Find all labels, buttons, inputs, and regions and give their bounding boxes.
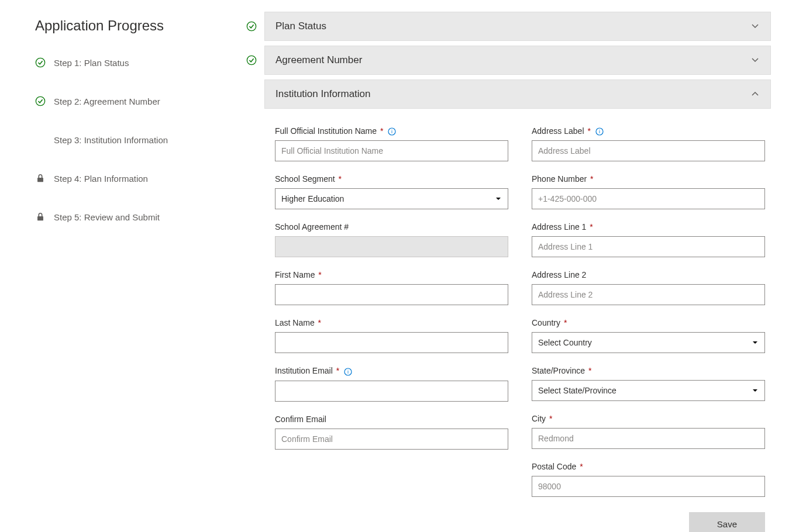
panel-plan-status: Plan Status: [246, 12, 771, 41]
address-line-1-input[interactable]: [532, 236, 765, 257]
check-circle-icon: [246, 21, 257, 32]
step-label: Step 1: Plan Status: [54, 58, 129, 68]
panel-title: Institution Information: [275, 88, 371, 100]
sidebar-step-plan-status[interactable]: Step 1: Plan Status: [35, 51, 228, 74]
form-column-right: Address Label * i Phone Number *: [532, 126, 765, 532]
state-province-label: State/Province *: [532, 366, 765, 375]
school-agreement-label: School Agreement #: [275, 222, 508, 232]
institution-email-input[interactable]: [275, 381, 508, 402]
city-label: City *: [532, 414, 765, 423]
institution-name-label: Full Official Institution Name * i: [275, 126, 508, 136]
phone-number-label: Phone Number *: [532, 174, 765, 184]
svg-point-5: [247, 56, 256, 64]
panel-title: Plan Status: [275, 20, 326, 32]
city-input[interactable]: [532, 428, 765, 449]
panel-body: Full Official Institution Name * i Schoo…: [246, 109, 771, 532]
chevron-down-icon: [750, 55, 760, 66]
address-label-label: Address Label * i: [532, 126, 765, 136]
panel-header-agreement-number[interactable]: Agreement Number: [264, 46, 771, 75]
panel-agreement-number: Agreement Number: [246, 46, 771, 75]
sidebar: Application Progress Step 1: Plan Status…: [35, 12, 228, 532]
first-name-input[interactable]: [275, 284, 508, 305]
address-line-2-input[interactable]: [532, 284, 765, 305]
school-segment-label: School Segment *: [275, 174, 508, 184]
svg-text:i: i: [391, 129, 392, 134]
lock-icon: [35, 212, 46, 222]
sidebar-step-plan-information[interactable]: Step 4: Plan Information: [35, 167, 228, 189]
step-label: Step 5: Review and Submit: [54, 212, 160, 222]
panel-institution-information: Institution Information Full Official In…: [246, 80, 771, 532]
panel-title: Agreement Number: [275, 54, 362, 66]
svg-point-1: [36, 96, 44, 105]
institution-name-input[interactable]: [275, 140, 508, 161]
check-circle-icon: [35, 57, 46, 68]
form-column-left: Full Official Institution Name * i Schoo…: [275, 126, 508, 532]
state-province-select[interactable]: Select State/Province: [532, 380, 765, 401]
first-name-label: First Name *: [275, 270, 508, 279]
panel-header-plan-status[interactable]: Plan Status: [264, 12, 771, 41]
chevron-down-icon: [750, 21, 760, 32]
postal-code-input[interactable]: [532, 476, 765, 497]
sidebar-step-review-submit[interactable]: Step 5: Review and Submit: [35, 206, 228, 228]
address-label-input[interactable]: [532, 140, 765, 161]
check-circle-icon: [35, 96, 46, 106]
country-label: Country *: [532, 318, 765, 327]
confirm-email-label: Confirm Email: [275, 414, 508, 424]
check-circle-icon: [246, 55, 257, 65]
svg-rect-2: [37, 178, 43, 182]
panel-header-institution-information[interactable]: Institution Information: [264, 80, 771, 109]
svg-point-0: [36, 58, 44, 67]
step-label: Step 3: Institution Information: [54, 135, 168, 145]
sidebar-step-institution-information[interactable]: Step 3: Institution Information: [35, 129, 228, 151]
svg-text:i: i: [347, 369, 349, 375]
sidebar-step-agreement-number[interactable]: Step 2: Agreement Number: [35, 90, 228, 112]
svg-point-4: [247, 22, 256, 30]
last-name-input[interactable]: [275, 332, 508, 353]
svg-rect-3: [37, 216, 43, 220]
info-icon[interactable]: i: [595, 127, 604, 136]
save-button[interactable]: Save: [689, 512, 765, 532]
info-icon[interactable]: i: [344, 368, 352, 376]
last-name-label: Last Name *: [275, 318, 508, 327]
country-select[interactable]: Select Country: [532, 332, 765, 353]
school-segment-select[interactable]: Higher Education: [275, 188, 508, 209]
postal-code-label: Postal Code *: [532, 462, 765, 471]
main-content: Plan Status Agreement Number: [246, 12, 771, 532]
lock-icon: [35, 173, 46, 184]
phone-number-input[interactable]: [532, 188, 765, 209]
step-label: Step 2: Agreement Number: [54, 96, 160, 106]
address-line-2-label: Address Line 2: [532, 270, 765, 279]
confirm-email-input[interactable]: [275, 429, 508, 450]
info-icon[interactable]: i: [388, 127, 396, 136]
address-line-1-label: Address Line 1 *: [532, 222, 765, 232]
svg-text:i: i: [599, 129, 600, 134]
school-agreement-input: [275, 236, 508, 257]
sidebar-title: Application Progress: [35, 18, 228, 34]
step-label: Step 4: Plan Information: [54, 174, 148, 184]
chevron-up-icon: [750, 89, 760, 100]
institution-email-label: Institution Email * i: [275, 366, 508, 375]
